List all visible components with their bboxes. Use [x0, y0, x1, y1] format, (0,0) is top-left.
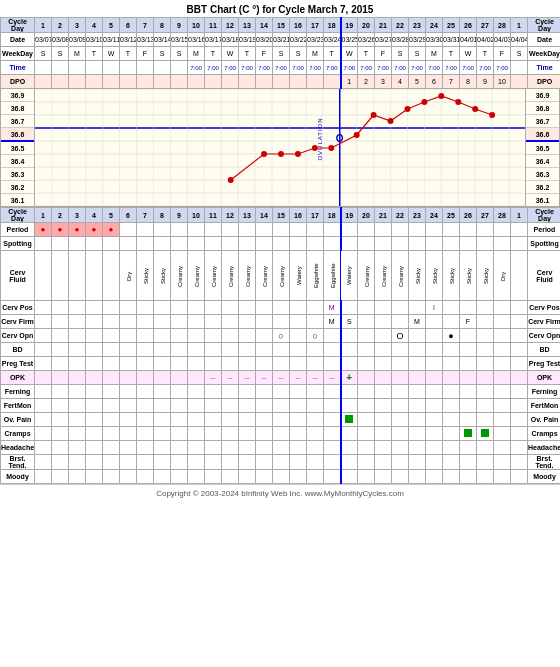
fertmon-row: FertMon FertMon	[1, 399, 561, 413]
weekday-label: WeekDay	[1, 47, 35, 61]
brst-tend-label-right: Brst. Tend.	[528, 455, 561, 470]
ferning-label-right: Ferning	[528, 385, 561, 399]
cerv-firm-row: Cerv Firm M S M F Cerv Firm	[1, 315, 561, 329]
brst-tend-row: Brst. Tend. Brst. Tend.	[1, 455, 561, 470]
ov-pain-row: Ov. Pain Ov. Pain	[1, 413, 561, 427]
fertmon-label: FertMon	[1, 399, 35, 413]
spotting-label-right: Spotting	[528, 237, 561, 251]
cycle-day-header-row: Cycle Day 1234 5678 9101112 13141516 171…	[1, 18, 561, 33]
preg-test-label-right: Preg Test	[528, 357, 561, 371]
dpo-row: DPO 12 3456 78910 DPO	[1, 75, 561, 89]
moody-row: Moody Moody	[1, 470, 561, 484]
dpo-label: DPO	[1, 75, 35, 89]
time-row: Time 7:007:007:00 7:007:007:007:00 7:007…	[1, 61, 561, 75]
date-label: Date	[1, 33, 35, 47]
cramps-label-right: Cramps	[528, 427, 561, 441]
cramps-row: Cramps Cramps	[1, 427, 561, 441]
brst-tend-label: Brst. Tend.	[1, 455, 35, 470]
spotting-row: Spotting Spotting	[1, 237, 561, 251]
cerv-fluid-label-right: Cerv Fluid	[528, 251, 561, 301]
cerv-opn-label-right: Cerv Opn	[528, 329, 561, 343]
bd-label: BD	[1, 343, 35, 357]
svg-point-42	[328, 145, 334, 151]
bd-label-right: BD	[528, 343, 561, 357]
svg-point-39	[278, 151, 284, 157]
cerv-opn-row: Cerv Opn ○ ○ O ● Cerv Opn	[1, 329, 561, 343]
cycle-day-label: Cycle Day	[1, 18, 35, 33]
cerv-fluid-label: Cerv Fluid	[1, 251, 35, 301]
svg-point-38	[261, 151, 267, 157]
cerv-fluid-row: Cerv Fluid Dry Sticky Sticky Creamy Crea…	[1, 251, 561, 301]
bd-row: BD BD	[1, 343, 561, 357]
cycle-day-label-right: Cycle Day	[528, 18, 561, 33]
opk-label-right: OPK	[528, 371, 561, 385]
svg-point-52	[472, 106, 478, 112]
fertmon-label-right: FertMon	[528, 399, 561, 413]
time-label-right: Time	[528, 61, 561, 75]
cerv-firm-label-right: Cerv Firm	[528, 315, 561, 329]
svg-point-47	[388, 118, 394, 124]
cerv-pos-label-right: Cerv Pos	[528, 301, 561, 315]
date-row: Date 03/0703/0803/0903/10 03/1103/1203/1…	[1, 33, 561, 47]
ferning-label: Ferning	[1, 385, 35, 399]
ov-pain-label-right: Ov. Pain	[528, 413, 561, 427]
cycle-day-bottom-row: Cycle Day 12345678910 1112131415161718 1…	[1, 208, 561, 223]
weekday-label-right: WeekDay	[528, 47, 561, 61]
page-title: BBT Chart (C °) for Cycle March 7, 2015	[0, 0, 560, 17]
svg-point-51	[455, 99, 461, 105]
headache-label: Headache	[1, 441, 35, 455]
svg-text:O: O	[336, 133, 344, 144]
svg-point-40	[295, 151, 301, 157]
spotting-label: Spotting	[1, 237, 35, 251]
moody-label: Moody	[1, 470, 35, 484]
cramps-label: Cramps	[1, 427, 35, 441]
headache-row: Headache Headache	[1, 441, 561, 455]
cycle-day-label-bottom-right: Cycle Day	[528, 208, 561, 223]
svg-point-49	[421, 99, 427, 105]
ferning-row: Ferning Ferning	[1, 385, 561, 399]
svg-point-48	[404, 106, 410, 112]
preg-test-row: Preg Test Preg Test	[1, 357, 561, 371]
cerv-pos-label: Cerv Pos	[1, 301, 35, 315]
moody-label-right: Moody	[528, 470, 561, 484]
weekday-row: WeekDay SSMT WTFS SMTW TFSS MTWT FSSM TW…	[1, 47, 561, 61]
opk-row: OPK – – – – – – – – + OPK	[1, 371, 561, 385]
period-row: Period ● ● ● ● ● Period	[1, 223, 561, 237]
svg-point-50	[438, 93, 444, 99]
ov-pain-label: Ov. Pain	[1, 413, 35, 427]
bbt-graph: O OVULATION	[35, 89, 525, 206]
svg-point-53	[489, 112, 495, 118]
cerv-firm-label: Cerv Firm	[1, 315, 35, 329]
opk-label: OPK	[1, 371, 35, 385]
cerv-opn-label: Cerv Opn	[1, 329, 35, 343]
svg-text:OVULATION: OVULATION	[317, 117, 323, 160]
footer: Copyright © 2003-2024 bInfinity Web Inc.…	[0, 484, 560, 502]
time-label: Time	[1, 61, 35, 75]
cerv-pos-row: Cerv Pos M I Cerv Pos	[1, 301, 561, 315]
period-label-right: Period	[528, 223, 561, 237]
cycle-day-label-bottom: Cycle Day	[1, 208, 35, 223]
svg-point-46	[371, 112, 377, 118]
dpo-label-right: DPO	[528, 75, 561, 89]
temp-dot	[228, 177, 234, 183]
date-label-right: Date	[528, 33, 561, 47]
period-label: Period	[1, 223, 35, 237]
svg-point-45	[354, 132, 360, 138]
preg-test-label: Preg Test	[1, 357, 35, 371]
headache-label-right: Headache	[528, 441, 561, 455]
chart-container: BBT Chart (C °) for Cycle March 7, 2015 …	[0, 0, 560, 502]
